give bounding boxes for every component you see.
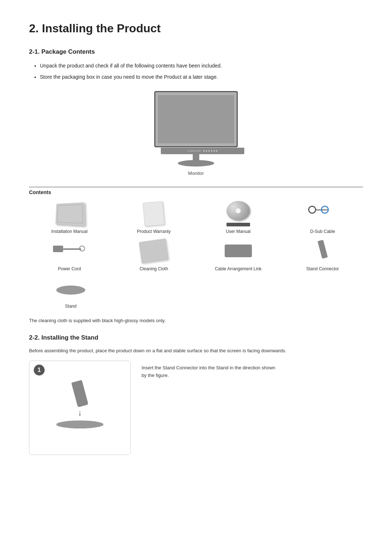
- cable-arrangement-label: Cable Arrangement Link: [215, 266, 262, 272]
- item-cable-arrangement: Cable Arrangement Link: [198, 238, 279, 272]
- item-user-manual: User Manual: [198, 201, 279, 235]
- contents-section: Contents Installation Manual Product War…: [29, 187, 363, 309]
- monitor-image: SAMSUNG: [149, 91, 243, 162]
- item-product-warranty: Product Warranty: [114, 201, 195, 235]
- contents-header: Contents: [29, 187, 363, 195]
- section-22-heading: 2-2. Installing the Stand: [29, 334, 363, 341]
- product-warranty-icon: [136, 201, 172, 226]
- monitor-dot: [216, 150, 217, 152]
- stand-connector-icon: [305, 238, 341, 264]
- stand-base-illustration: [56, 420, 103, 428]
- cloth-shape: [139, 238, 169, 264]
- monitor-dot: [208, 150, 210, 152]
- arrow-down-icon: ↓: [78, 408, 82, 418]
- powercord-wire: [63, 249, 81, 250]
- power-cord-label: Power Cord: [58, 266, 81, 272]
- monitor-base: [178, 160, 214, 167]
- item-dsub-cable: D-Sub Cable: [282, 201, 363, 235]
- cleaning-cloth-label: Cleaning Cloth: [139, 266, 168, 272]
- bullet-2: Store the packaging box in case you need…: [40, 73, 363, 81]
- manual-shape: [56, 202, 85, 226]
- bullet-1: Unpack the product and check if all of t…: [40, 62, 363, 70]
- powercord-shape: [53, 242, 86, 260]
- monitor-dot: [206, 150, 207, 152]
- monitor-dots: [203, 150, 217, 152]
- installation-manual-icon: [51, 201, 87, 226]
- cable-link-shape: [225, 245, 252, 257]
- page-title: 2. Installing the Product: [29, 22, 363, 35]
- stand-connector-illustration: [71, 380, 88, 407]
- contents-grid-row3: Stand: [29, 276, 363, 309]
- item-cleaning-cloth: Cleaning Cloth: [114, 238, 195, 272]
- dsub-circle2: [321, 206, 329, 214]
- figure-content: ↓: [35, 366, 125, 428]
- section-21-heading: 2-1. Package Contents: [29, 48, 363, 56]
- section-22: 2-2. Installing the Stand Before assembl…: [29, 334, 363, 455]
- monitor-label: Monitor: [188, 171, 204, 176]
- dsub-cable-icon: [305, 201, 341, 226]
- install-content: 1 ↓ Insert the Stand Connector into the …: [29, 361, 363, 455]
- cleaning-cloth-note: The cleaning cloth is supplied with blac…: [29, 318, 363, 323]
- dsub-cable-label: D-Sub Cable: [310, 229, 335, 235]
- stand-label: Stand: [65, 303, 76, 309]
- product-warranty-label: Product Warranty: [137, 229, 171, 235]
- user-manual-label: User Manual: [226, 229, 250, 235]
- monitor-screen-inner: [158, 95, 234, 143]
- dsub-shape: [308, 204, 337, 224]
- stand-connector-label: Stand Connector: [306, 266, 339, 272]
- stand-shape: [56, 286, 85, 295]
- bullet-list: Unpack the product and check if all of t…: [40, 62, 363, 81]
- contents-grid-row1: Installation Manual Product Warranty Use…: [29, 201, 363, 235]
- powercord-tag: [79, 246, 85, 251]
- stand-icon: [53, 276, 89, 301]
- install-intro: Before assembling the product, place the…: [29, 348, 363, 353]
- monitor-dot: [213, 150, 215, 152]
- installation-manual-label: Installation Manual: [51, 229, 87, 235]
- install-description: Insert the Stand Connector into the Stan…: [142, 361, 279, 379]
- user-manual-icon: [220, 201, 256, 226]
- cleaning-cloth-icon: [136, 238, 172, 264]
- powercord-plug: [53, 246, 63, 252]
- item-power-cord: Power Cord: [29, 238, 110, 272]
- warranty-shape: [143, 201, 165, 226]
- monitor-section: SAMSUNG Monitor: [29, 91, 363, 176]
- item-stand-connector: Stand Connector: [282, 238, 363, 272]
- monitor-dot: [211, 150, 212, 152]
- item-stand: Stand: [29, 276, 113, 309]
- cd-shape: [226, 201, 250, 221]
- contents-grid-row2: Power Cord Cleaning Cloth Cable Arrangem…: [29, 238, 363, 272]
- install-figure: 1 ↓: [29, 361, 131, 455]
- dsub-circle1: [308, 206, 316, 214]
- stand-connector-body: [318, 240, 328, 259]
- monitor-screen: SAMSUNG: [154, 91, 238, 147]
- stand-connector-shape: [317, 240, 328, 262]
- power-cord-icon: [51, 238, 87, 264]
- monitor-dot: [203, 150, 205, 152]
- monitor-bezel: SAMSUNG: [161, 148, 244, 154]
- item-installation-manual: Installation Manual: [29, 201, 110, 235]
- cd-tray: [226, 223, 250, 226]
- cable-arrangement-icon: [220, 238, 256, 264]
